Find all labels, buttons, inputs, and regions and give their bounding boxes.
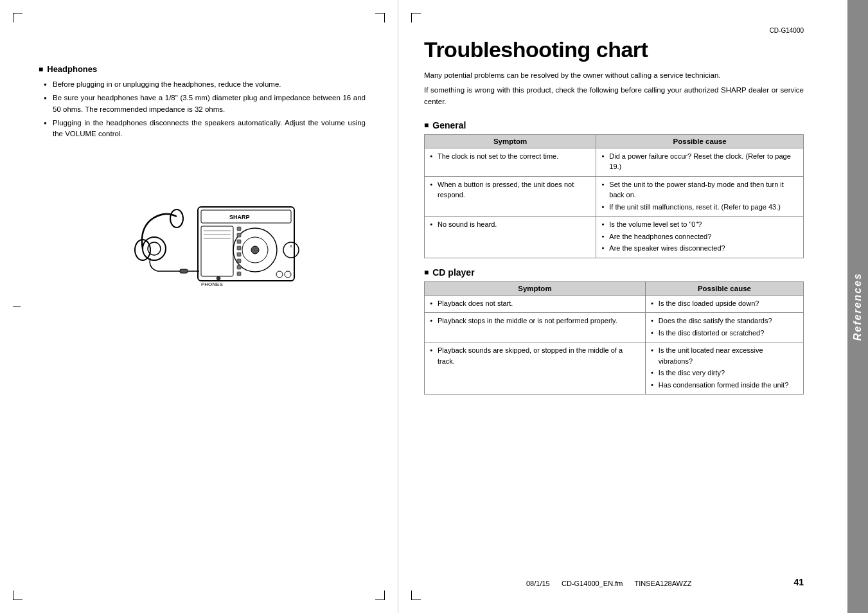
cause-cell: Does the disc satisfy the standards? Is …	[645, 313, 803, 342]
device-illustration: SHARP	[39, 152, 366, 294]
list-item: When a button is pressed, the unit does …	[430, 179, 590, 200]
footer-code: TINSEA128AWZZ	[635, 580, 692, 587]
svg-point-3	[170, 209, 183, 227]
list-item: If the unit still malfunctions, reset it…	[601, 202, 798, 213]
list-item: Playback stops in the middle or is not p…	[430, 315, 640, 326]
list-item: Playback sounds are skipped, or stopped …	[430, 345, 640, 366]
corner-mark-tr	[372, 13, 385, 26]
general-heading: General	[424, 120, 804, 130]
page-footer: 08/1/15 CD-G14000_EN.fm TINSEA128AWZZ 41	[424, 564, 804, 587]
cdplayer-col-cause: Possible cause	[645, 281, 803, 295]
table-row: No sound is heard. Is the volume level s…	[425, 217, 804, 258]
list-item: Are the speaker wires disconnected?	[601, 243, 798, 254]
device-svg: SHARP	[93, 152, 312, 294]
headphones-title: Headphones	[39, 64, 366, 74]
corner-mark-bl-r	[411, 587, 424, 600]
headphones-list: Before plugging in or unplugging the hea…	[39, 79, 366, 139]
svg-rect-21	[237, 259, 241, 263]
corner-mark-bl	[13, 587, 26, 600]
svg-rect-20	[237, 253, 241, 256]
table-row: When a button is pressed, the unit does …	[425, 176, 804, 217]
symptom-cell: Playback stops in the middle or is not p…	[425, 313, 646, 342]
symptom-cell: Playback does not start.	[425, 295, 646, 313]
cause-cell: Is the volume level set to "0"? Are the …	[596, 217, 804, 258]
cause-cell: Is the unit located near excessive vibra…	[645, 342, 803, 395]
list-item: Is the unit located near excessive vibra…	[651, 345, 798, 366]
cause-cell: Did a power failure occur? Reset the clo…	[596, 148, 804, 176]
references-label: References	[852, 272, 864, 341]
list-item: Is the disc distorted or scratched?	[651, 328, 798, 339]
intro-para-1: Many potential problems can be resolved …	[424, 70, 804, 81]
list-item: Did a power failure occur? Reset the clo…	[601, 151, 798, 172]
cause-cell: Is the disc loaded upside down?	[645, 295, 803, 313]
table-row: Playback sounds are skipped, or stopped …	[425, 342, 804, 395]
list-item: Plugging in the headphones disconnects t…	[44, 118, 366, 140]
general-col-cause: Possible cause	[596, 134, 804, 148]
list-item: Is the disc very dirty?	[651, 368, 798, 378]
svg-rect-17	[237, 233, 241, 237]
cdplayer-table: Symptom Possible cause Playback does not…	[424, 281, 804, 395]
symptom-cell: When a button is pressed, the unit does …	[425, 176, 596, 217]
list-item: Before plugging in or unplugging the hea…	[44, 79, 366, 90]
svg-point-28	[283, 242, 299, 258]
page-number: 41	[793, 577, 804, 587]
svg-rect-18	[237, 240, 241, 244]
svg-point-25	[285, 271, 291, 278]
references-sidebar: References	[847, 0, 868, 613]
list-item: Has condensation formed inside the unit?	[651, 380, 798, 391]
svg-point-24	[276, 271, 283, 278]
svg-rect-22	[237, 265, 241, 269]
svg-rect-4	[180, 269, 188, 273]
model-number: CD-G14000	[770, 27, 804, 34]
list-item: Is the disc loaded upside down?	[651, 298, 798, 309]
page-title: Troubleshooting chart	[424, 37, 804, 62]
intro-para-2: If something is wrong with this product,…	[424, 85, 804, 107]
general-col-symptom: Symptom	[425, 134, 596, 148]
svg-rect-9	[201, 226, 233, 276]
cdplayer-col-symptom: Symptom	[425, 281, 646, 295]
table-row: The clock is not set to the correct time…	[425, 148, 804, 176]
table-row: Playback stops in the middle or is not p…	[425, 313, 804, 342]
symptom-cell: The clock is not set to the correct time…	[425, 148, 596, 176]
cause-cell: Set the unit to the power stand-by mode …	[596, 176, 804, 217]
svg-text:SHARP: SHARP	[229, 214, 250, 220]
svg-text:PHONES: PHONES	[201, 281, 223, 287]
svg-rect-23	[237, 272, 241, 276]
list-item: Is the volume level set to "0"?	[601, 219, 798, 230]
left-page: Headphones Before plugging in or unplugg…	[0, 0, 398, 613]
general-table: Symptom Possible cause The clock is not …	[424, 134, 804, 258]
svg-rect-16	[237, 227, 241, 231]
list-item: Be sure your headphones have a 1/8" (3.5…	[44, 93, 366, 115]
corner-mark-tl-r	[411, 13, 424, 26]
list-item: Does the disc satisfy the standards?	[651, 315, 798, 326]
footer-filename: CD-G14000_EN.fm	[562, 580, 623, 587]
footer-date: 08/1/15	[526, 580, 550, 587]
corner-mark-br	[372, 587, 385, 600]
list-item: The clock is not set to the correct time…	[430, 151, 590, 162]
right-content: CD-G14000 Troubleshooting chart Many pot…	[424, 26, 829, 587]
symptom-cell: No sound is heard.	[425, 217, 596, 258]
symptom-cell: Playback sounds are skipped, or stopped …	[425, 342, 646, 395]
footer-info: 08/1/15 CD-G14000_EN.fm TINSEA128AWZZ	[424, 580, 793, 587]
side-mark-left	[13, 306, 21, 307]
svg-rect-19	[237, 246, 241, 250]
svg-point-15	[251, 246, 259, 254]
right-page: CD-G14000 Troubleshooting chart Many pot…	[398, 0, 868, 613]
list-item: Set the unit to the power stand-by mode …	[601, 179, 798, 200]
table-row: Playback does not start. Is the disc loa…	[425, 295, 804, 313]
svg-point-27	[217, 276, 220, 280]
corner-mark-tl	[13, 13, 26, 26]
list-item: No sound is heard.	[430, 219, 590, 230]
list-item: Are the headphones connected?	[601, 231, 798, 242]
list-item: Playback does not start.	[430, 298, 640, 309]
cdplayer-heading: CD player	[424, 267, 804, 278]
